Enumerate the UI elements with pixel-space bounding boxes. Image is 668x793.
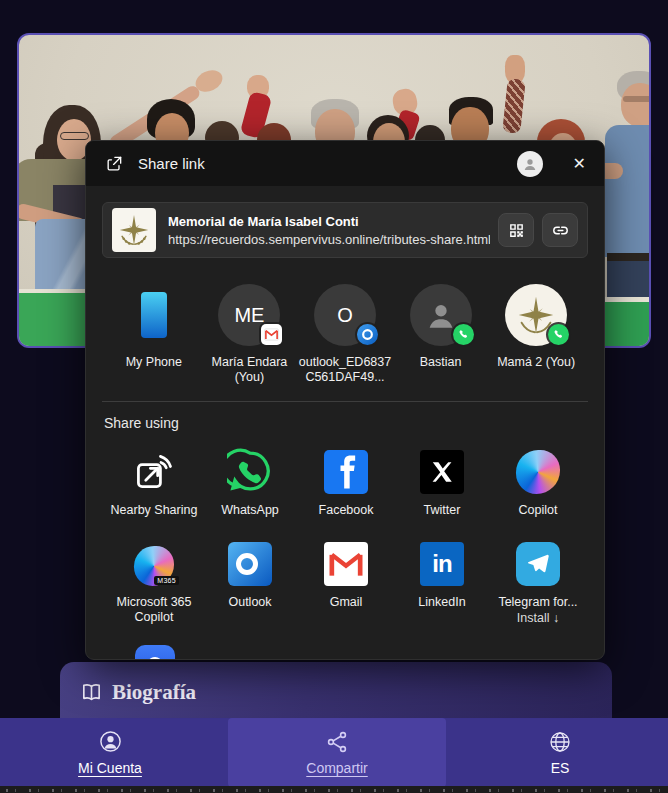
person-avatar xyxy=(410,284,472,346)
book-icon xyxy=(80,681,103,704)
app-gmail[interactable]: Gmail xyxy=(298,540,394,625)
contact-initials: ME xyxy=(234,304,264,327)
qr-code-button[interactable] xyxy=(498,213,534,247)
account-avatar[interactable] xyxy=(517,151,543,177)
contact-initials: O xyxy=(337,304,353,327)
app-label: Outlook xyxy=(202,595,298,610)
contact-my-phone[interactable]: My Phone xyxy=(106,284,202,385)
globe-icon xyxy=(548,730,572,754)
copilot-icon xyxy=(515,448,561,494)
gmail-icon xyxy=(323,540,369,586)
app-nearby-sharing[interactable]: Nearby Sharing xyxy=(106,448,202,518)
share-link-card: Memorial de María Isabel Conti https://r… xyxy=(102,202,588,258)
app-label: Microsoft 365 Copilot xyxy=(106,595,202,625)
app-label: Twitter xyxy=(394,503,490,518)
clipped-text-remnant xyxy=(6,789,662,792)
section-title: Biografía xyxy=(112,680,196,705)
m365-copilot-icon: M365 xyxy=(131,540,177,586)
telegram-icon xyxy=(515,540,561,586)
gmail-badge-icon xyxy=(261,324,282,345)
contact-maria-endara[interactable]: ME María Endara (You) xyxy=(202,284,298,385)
star-laurel-icon xyxy=(115,211,153,249)
nav-label: ES xyxy=(551,760,570,776)
clipped-page-edge xyxy=(0,786,668,793)
m365-badge: M365 xyxy=(154,576,179,585)
link-title: Memorial de María Isabel Conti xyxy=(168,214,490,229)
copy-link-button[interactable] xyxy=(542,213,578,247)
contact-outlook-account[interactable]: O outlook_ED6837C561DAF49... xyxy=(297,284,393,385)
nearby-contacts-row: My Phone ME María Endara (You) O outlook… xyxy=(86,258,604,385)
phone-icon xyxy=(123,284,185,346)
app-copilot[interactable]: Copilot xyxy=(490,448,586,518)
app-facebook[interactable]: Facebook xyxy=(298,448,394,518)
app-label: Gmail xyxy=(298,595,394,610)
app-twitter[interactable]: Twitter xyxy=(394,448,490,518)
initials-avatar: O xyxy=(314,284,376,346)
link-url: https://recuerdos.sempervivus.online/tri… xyxy=(168,232,490,247)
nav-item-mi-cuenta[interactable]: Mi Cuenta xyxy=(30,718,190,787)
person-icon xyxy=(424,298,458,332)
app-linkedin[interactable]: in LinkedIn xyxy=(394,540,490,625)
divider xyxy=(102,401,588,402)
twitter-x-icon xyxy=(419,448,465,494)
link-icon xyxy=(551,221,570,240)
site-logo-avatar xyxy=(505,284,567,346)
biography-section-header[interactable]: Biografía xyxy=(60,662,612,722)
app-install-hint[interactable]: Install ↓ xyxy=(517,611,559,625)
contact-bastian[interactable]: Bastian xyxy=(393,284,489,385)
nav-item-compartir[interactable]: Compartir xyxy=(228,718,446,787)
facebook-icon xyxy=(323,448,369,494)
bottom-navigation: Mi Cuenta Compartir ES xyxy=(0,718,668,787)
apps-row-2: M365 Microsoft 365 Copilot Outlook Gmail… xyxy=(86,518,604,625)
contact-label: María Endara (You) xyxy=(202,355,296,385)
contact-label: outlook_ED6837C561DAF49... xyxy=(298,355,392,385)
contact-label: Mamá 2 (You) xyxy=(489,355,583,370)
person-icon xyxy=(522,156,538,172)
nav-label: Compartir xyxy=(306,760,367,776)
outlook-badge-icon xyxy=(357,324,378,345)
app-label: Copilot xyxy=(490,503,586,518)
app-m365-copilot[interactable]: M365 Microsoft 365 Copilot xyxy=(106,540,202,625)
whatsapp-badge-icon xyxy=(453,324,474,345)
nearby-sharing-icon xyxy=(131,448,177,494)
initials-avatar: ME xyxy=(218,284,280,346)
share-using-label: Share using xyxy=(104,415,586,431)
nav-label: Mi Cuenta xyxy=(78,760,142,776)
whatsapp-badge-icon xyxy=(548,324,569,345)
app-label: Facebook xyxy=(298,503,394,518)
share-dialog-header: Share link ✕ xyxy=(86,141,604,186)
outlook-icon xyxy=(227,540,273,586)
app-whatsapp[interactable]: WhatsApp xyxy=(202,448,298,518)
app-telegram[interactable]: Telegram for... Install ↓ xyxy=(490,540,586,625)
share-dialog: Share link ✕ xyxy=(85,140,605,660)
close-icon[interactable]: ✕ xyxy=(573,154,586,173)
contact-mama-2[interactable]: Mamá 2 (You) xyxy=(488,284,584,385)
link-card-text: Memorial de María Isabel Conti https://r… xyxy=(168,214,490,247)
app-label: Nearby Sharing xyxy=(106,503,202,518)
account-icon xyxy=(98,729,123,754)
linkedin-icon: in xyxy=(419,540,465,586)
whatsapp-icon xyxy=(227,448,273,494)
nav-item-language[interactable]: ES xyxy=(480,718,640,787)
app-label: WhatsApp xyxy=(202,503,298,518)
share-nodes-icon xyxy=(325,730,349,754)
qr-code-icon xyxy=(508,222,525,239)
app-label: LinkedIn xyxy=(394,595,490,610)
share-icon xyxy=(104,154,124,174)
apps-row-1: Nearby Sharing WhatsApp Facebook Twitter xyxy=(86,431,604,518)
contact-label: Bastian xyxy=(394,355,488,370)
contact-label: My Phone xyxy=(107,355,201,370)
dialog-title: Share link xyxy=(138,155,205,172)
app-more-partial-icon[interactable] xyxy=(135,645,175,660)
site-logo xyxy=(112,208,156,252)
app-label: Telegram for... xyxy=(490,595,586,610)
app-outlook[interactable]: Outlook xyxy=(202,540,298,625)
